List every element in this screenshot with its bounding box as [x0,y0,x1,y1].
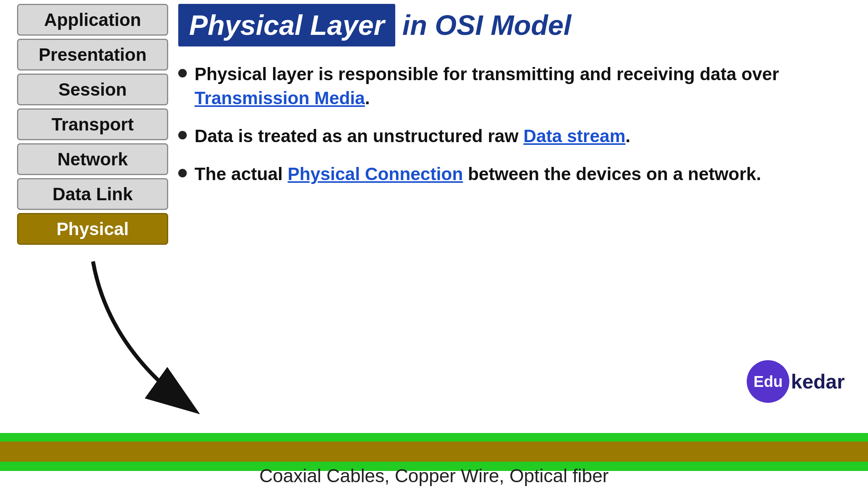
title-rest-text: in OSI Model [402,9,571,41]
layer-session[interactable]: Session [17,74,168,105]
physical-connection-link[interactable]: Physical Connection [288,164,463,184]
cable-label-text: Coaxial Cables, Copper Wire, Optical fib… [0,465,868,486]
cable-section: Coaxial Cables, Copper Wire, Optical fib… [0,411,868,488]
layer-data-link[interactable]: Data Link [17,178,168,210]
edu-circle-text: Edu [753,373,783,390]
layer-application[interactable]: Application [17,4,168,36]
bullet-dot-2 [178,131,187,139]
layer-network[interactable]: Network [17,143,168,175]
edukedar-logo: Edu kedar [747,360,845,403]
bullet-dot-1 [178,69,187,77]
bullet-text-1: Physical layer is responsible for transm… [195,62,860,110]
bullet-item-2: Data is treated as an unstructured raw D… [178,124,860,148]
title-highlight-text: Physical Layer [189,10,384,41]
page-title-row: Physical Layer in OSI Model [178,4,860,46]
bullet-dot-3 [178,169,187,177]
bullet-item-1: Physical layer is responsible for transm… [178,62,860,110]
layer-transport[interactable]: Transport [17,108,168,140]
content-panel: Physical Layer in OSI Model Physical lay… [178,4,860,186]
osi-layer-list: Application Presentation Session Transpo… [17,4,168,245]
title-highlight-box: Physical Layer [178,4,395,46]
bullet-text-2: Data is treated as an unstructured raw D… [195,124,630,148]
bullet-list: Physical layer is responsible for transm… [178,62,860,186]
data-stream-link[interactable]: Data stream [524,126,625,146]
edu-circle: Edu [747,360,789,403]
layer-physical[interactable]: Physical [17,213,168,245]
bullet-item-3: The actual Physical Connection between t… [178,162,860,186]
cable-gold-bar [0,442,868,462]
transmission-media-link[interactable]: Transmission Media [195,88,365,108]
cable-green-top [0,433,868,442]
bullet-text-3: The actual Physical Connection between t… [195,162,761,186]
kedar-text: kedar [791,370,845,393]
layer-presentation[interactable]: Presentation [17,39,168,70]
